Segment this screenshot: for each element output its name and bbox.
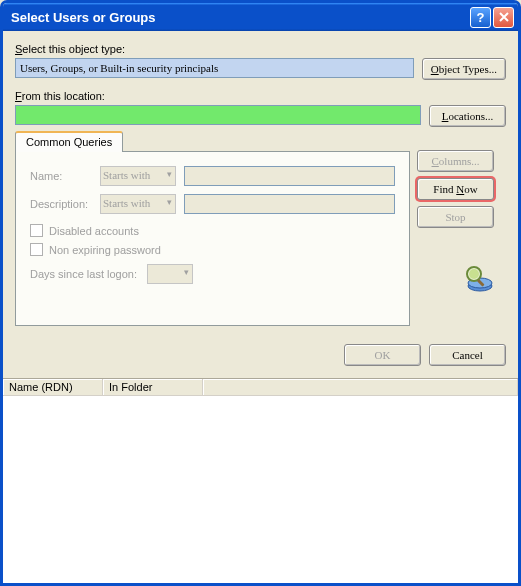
side-buttons: Columns... Find Now Stop [417, 150, 494, 294]
disabled-accounts-label: Disabled accounts [49, 225, 139, 237]
tab-container: Common Queries Name: Starts with Descrip… [15, 151, 506, 326]
location-input[interactable] [15, 105, 421, 125]
description-row: Description: Starts with [30, 194, 395, 214]
non-expiring-row[interactable]: Non expiring password [30, 243, 395, 256]
object-type-input[interactable] [15, 58, 414, 78]
window-title: Select Users or Groups [11, 10, 470, 25]
name-label: Name: [30, 170, 92, 182]
titlebar[interactable]: Select Users or Groups ? [3, 3, 518, 31]
close-button[interactable] [493, 7, 514, 28]
days-label: Days since last logon: [30, 268, 137, 280]
locations-button[interactable]: Locations... [429, 105, 506, 127]
svg-point-3 [469, 269, 479, 279]
cancel-button[interactable]: Cancel [429, 344, 506, 366]
non-expiring-checkbox[interactable] [30, 243, 43, 256]
name-input[interactable] [184, 166, 395, 186]
help-button[interactable]: ? [470, 7, 491, 28]
object-type-label: Select this object type: [15, 43, 506, 55]
description-input[interactable] [184, 194, 395, 214]
content-area: Select this object type: Object Types...… [3, 31, 518, 378]
query-fields: Name: Starts with Description: Starts wi… [30, 166, 395, 284]
non-expiring-label: Non expiring password [49, 244, 161, 256]
find-now-button[interactable]: Find Now [417, 178, 494, 200]
disabled-accounts-checkbox[interactable] [30, 224, 43, 237]
dialog-window: Select Users or Groups ? Select this obj… [0, 0, 521, 586]
tab-common-queries[interactable]: Common Queries [15, 131, 123, 152]
object-type-row: Object Types... [15, 58, 506, 80]
days-row: Days since last logon: [30, 264, 395, 284]
results-list[interactable] [3, 396, 518, 583]
stop-button[interactable]: Stop [417, 206, 494, 228]
titlebar-buttons: ? [470, 7, 514, 28]
object-types-button[interactable]: Object Types... [422, 58, 506, 80]
close-icon [499, 12, 509, 22]
bottom-buttons: OK Cancel [15, 344, 506, 366]
location-label: From this location: [15, 90, 506, 102]
tab-panel: Name: Starts with Description: Starts wi… [15, 151, 410, 326]
column-spacer [203, 379, 518, 395]
name-mode-select[interactable]: Starts with [100, 166, 176, 186]
search-directory-icon [462, 262, 494, 294]
description-mode-select[interactable]: Starts with [100, 194, 176, 214]
column-folder[interactable]: In Folder [103, 379, 203, 395]
days-select[interactable] [147, 264, 193, 284]
ok-button[interactable]: OK [344, 344, 421, 366]
dialog-body: Select this object type: Object Types...… [3, 31, 518, 583]
columns-button[interactable]: Columns... [417, 150, 494, 172]
description-label: Description: [30, 198, 92, 210]
name-row: Name: Starts with [30, 166, 395, 186]
disabled-accounts-row[interactable]: Disabled accounts [30, 224, 395, 237]
results-header: Name (RDN) In Folder [3, 378, 518, 396]
column-name[interactable]: Name (RDN) [3, 379, 103, 395]
location-row: Locations... [15, 105, 506, 127]
